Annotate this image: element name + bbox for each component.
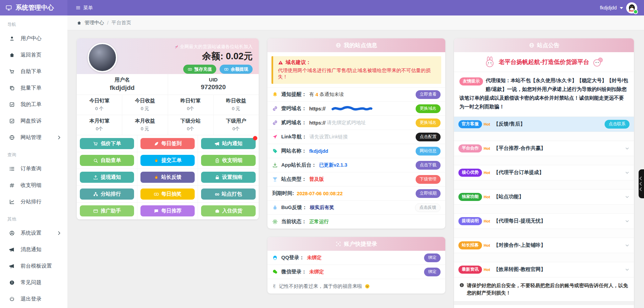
shortcut-daily-lottery[interactable]: 每日抽奖 bbox=[140, 189, 195, 200]
shortcut-promo-helper[interactable]: 推广助手 bbox=[80, 205, 134, 216]
avatar[interactable] bbox=[626, 2, 637, 13]
info-row-expire: 到期时间: 2028-07-06 00:08:22 立即续期 bbox=[267, 186, 445, 200]
chevron-down-icon bbox=[625, 219, 630, 224]
hot-label: Hot bbox=[484, 171, 490, 175]
check-square-icon bbox=[9, 102, 15, 107]
profile-header: 全网最大的货源站诚邀各位站长加入 余额: 0.02元 预存充值 余额提现 bbox=[77, 38, 259, 74]
sidebar-item-my-tickets[interactable]: 我的工单 bbox=[0, 96, 67, 113]
sidebar-item-order-query[interactable]: 订单查询 bbox=[0, 161, 67, 177]
shortcut-order-check[interactable]: 自助查单 bbox=[80, 155, 134, 166]
copy-icon bbox=[9, 85, 15, 91]
sidebar-section-nav: 导航 bbox=[0, 15, 67, 30]
uid-cell: UID9720920 bbox=[168, 74, 259, 95]
renew-button[interactable]: 立即续期 bbox=[416, 189, 441, 198]
home-icon bbox=[77, 21, 82, 25]
shortcut-daily-signin[interactable]: 每日签到 bbox=[140, 138, 195, 149]
sidebar-item-system-settings[interactable]: 系统设置 bbox=[0, 225, 67, 241]
chevron-left-icon bbox=[639, 187, 643, 191]
sidebar-item-self-order[interactable]: 自助下单 bbox=[0, 63, 67, 80]
rocket-icon bbox=[173, 44, 179, 49]
accordion-owner-recruit[interactable]: 站长招募Hot 【对接合作-上架铺咔】 bbox=[454, 238, 634, 253]
stat-cell: 今日收益0 元 bbox=[122, 95, 168, 115]
monitor-icon bbox=[5, 4, 12, 11]
shortcut-site-package[interactable]: ∞站点打包 bbox=[201, 189, 256, 200]
agent-notice: 友情提示 代理须知：本站不包【永久使用/永久卡】【稳定大号】【封号/包赔/退款】… bbox=[454, 72, 634, 117]
view-now-button[interactable]: 立即查看 bbox=[416, 90, 441, 99]
sidebar-item-netdisk-complaint[interactable]: 网盘投诉 bbox=[0, 113, 67, 129]
profile-avatar bbox=[88, 43, 117, 72]
accordion-exclusive-features[interactable]: 独家功能Hot 【站点功能】 bbox=[454, 189, 634, 204]
sidebar-item-batch-order[interactable]: 批量下单 bbox=[0, 80, 67, 96]
side-toolbar-handle[interactable] bbox=[639, 169, 644, 198]
check-square-icon bbox=[9, 118, 15, 124]
collapsed-row bbox=[454, 301, 634, 305]
link-icon bbox=[272, 106, 278, 111]
app-title: 系统管理中心 bbox=[15, 3, 54, 12]
feedback-button[interactable]: 点击反馈 bbox=[415, 203, 441, 212]
menu-toggle[interactable]: 菜单 bbox=[75, 5, 93, 11]
site-info-button[interactable]: 网站信息 bbox=[416, 147, 441, 156]
shortcut-finance-detail[interactable]: 收支明细 bbox=[201, 155, 256, 166]
home-icon bbox=[9, 52, 15, 58]
sub-manage-button[interactable]: 下级管理 bbox=[416, 175, 441, 184]
shortcut-owner-feedback[interactable]: 站长反馈 bbox=[140, 172, 195, 183]
exclamation-circle-icon bbox=[9, 280, 15, 285]
accordion-withdraw-info[interactable]: 提现说明Hot 【代理每日-提现无忧】 bbox=[454, 213, 634, 229]
notification-dot bbox=[253, 136, 257, 140]
bind-wechat-button[interactable]: 绑定 bbox=[424, 268, 441, 276]
shortcut-substation-rank[interactable]: 分站排行 bbox=[80, 189, 134, 200]
shortcut-cheap-order[interactable]: 低价下单 bbox=[80, 138, 134, 149]
change-domain2-button[interactable]: 更换域名 bbox=[416, 118, 441, 127]
menu-label: 菜单 bbox=[83, 5, 93, 11]
breadcrumb-root[interactable]: 管理中心 bbox=[85, 20, 104, 26]
search-icon bbox=[93, 158, 98, 163]
bell-icon bbox=[272, 92, 278, 97]
chevron-down-icon bbox=[620, 7, 623, 9]
shortcut-withdraw-notice[interactable]: 提现通知 bbox=[80, 172, 134, 183]
chevron-down-icon bbox=[625, 267, 630, 272]
shortcut-supplier-join[interactable]: 入住供货 bbox=[201, 205, 256, 216]
info-row-app: App站长后台： 已更新v2.1.3 点击下载 bbox=[267, 158, 445, 172]
sidebar-item-substation-rank[interactable]: 分站排行 bbox=[0, 194, 67, 210]
accordion-platform-coop[interactable]: 平台合作Hot 【平台推荐-合作共赢】 bbox=[454, 141, 634, 156]
row-spacer bbox=[454, 156, 634, 165]
stat-cell: 本月收益0 元 bbox=[122, 115, 168, 135]
accordion-latest-news[interactable]: 最新资讯Hot 【效果转图-教程官网】 bbox=[454, 262, 634, 277]
hot-label: Hot bbox=[484, 195, 490, 199]
shortcut-grid: 低价下单 每日签到 站内通知 自助查单 提交工单 收支明细 提现通知 站长反馈 … bbox=[77, 135, 259, 219]
user-menu[interactable]: fkdjdjdd bbox=[600, 2, 644, 13]
sidebar-item-template-settings[interactable]: 前台模板设置 bbox=[0, 258, 67, 274]
cash-icon bbox=[154, 192, 159, 197]
shortcut-daily-recommend[interactable]: 每日推荐 bbox=[140, 205, 195, 216]
megaphone-icon bbox=[9, 263, 15, 269]
sidebar-item-back-home[interactable]: 返回首页 bbox=[0, 47, 67, 63]
recharge-button[interactable]: 预存充值 bbox=[183, 65, 216, 74]
smiley-icon bbox=[364, 283, 370, 289]
shortcut-submit-ticket[interactable]: 提交工单 bbox=[140, 155, 195, 166]
chart-line-icon bbox=[9, 199, 15, 205]
sidebar-item-logout[interactable]: 退出登录 bbox=[0, 291, 67, 307]
hot-label: Hot bbox=[484, 243, 490, 247]
sidebar-item-faq[interactable]: 常见问题 bbox=[0, 274, 67, 291]
download-app-button[interactable]: 点击下载 bbox=[416, 161, 441, 170]
trophy-icon bbox=[272, 176, 278, 182]
infinity-icon: ∞ bbox=[215, 191, 220, 197]
main-area: 管理中心 / 平台首页 全网最大的货源站诚邀各位站长加入 余额: 0.02元 预… bbox=[67, 15, 644, 308]
info-icon bbox=[459, 282, 464, 288]
accordion-core-advantage[interactable]: 核心优势Hot 【代理平台订单提成】 bbox=[454, 165, 634, 180]
sidebar-item-message-notice[interactable]: 消息通知 bbox=[0, 241, 67, 258]
chevron-down-icon bbox=[625, 170, 630, 175]
shortcut-site-notice[interactable]: 站内通知 bbox=[201, 138, 256, 149]
configure-link-button[interactable]: 点击配置 bbox=[416, 133, 441, 141]
contact-service-button[interactable]: 点击联系 bbox=[605, 120, 630, 129]
shortcut-setup-guide[interactable]: 设置指南 bbox=[201, 172, 256, 183]
sidebar-item-user-center[interactable]: 用户中心 bbox=[0, 30, 67, 47]
sidebar-item-site-manage[interactable]: 网站管理 bbox=[0, 129, 67, 146]
info-row-status: 当前状态： 正常运行 bbox=[267, 214, 445, 229]
sitemap-icon bbox=[93, 192, 98, 197]
sidebar-item-finance-detail[interactable]: 收支明细 bbox=[0, 177, 67, 194]
withdraw-button[interactable]: 余额提现 bbox=[220, 65, 253, 74]
bind-qq-button[interactable]: 绑定 bbox=[424, 253, 441, 262]
change-domain1-button[interactable]: 更换域名 bbox=[416, 104, 441, 113]
domain-advice-alert: 域名建议： 代理使用两个域名进行推广零售/防止域名被墙给您带来的不可估量的损失！ bbox=[271, 56, 441, 84]
